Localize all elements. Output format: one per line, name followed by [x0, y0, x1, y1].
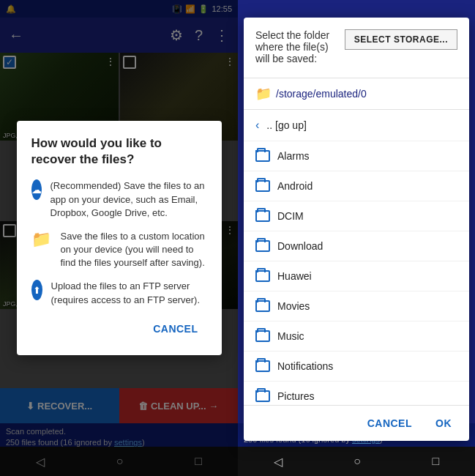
cloud-icon: ☁ — [31, 179, 42, 200]
folder-alarms-icon — [255, 150, 270, 162]
upload-icon: ⬆ — [31, 280, 42, 300]
folder-icon: 📁 — [31, 231, 52, 252]
dialog-option-text-0: (Recommended) Save the files to an app o… — [51, 179, 207, 220]
folder-download-icon — [255, 240, 270, 252]
folder-android-label: Android — [277, 180, 313, 192]
folder-item-huawei[interactable]: Huawei — [244, 261, 469, 291]
dialog-cancel-button[interactable]: CANCEL — [144, 317, 206, 341]
folder-huawei-label: Huawei — [277, 270, 312, 282]
dialog-option-text-2: Upload the files to an FTP server (requi… — [51, 280, 207, 306]
select-storage-button[interactable]: SELECT STORAGE... — [345, 29, 457, 50]
current-path-folder-icon: 📁 — [255, 86, 272, 102]
recents-nav-icon-right[interactable]: □ — [433, 455, 440, 468]
dialog-option-0[interactable]: ☁ (Recommended) Save the files to an app… — [31, 179, 207, 220]
folder-item-pictures[interactable]: Pictures — [244, 382, 469, 405]
folder-movies-icon — [255, 300, 270, 312]
back-nav-icon-right[interactable]: ◁ — [274, 455, 283, 469]
folder-dialog-header: SELECT STORAGE... Select the folder wher… — [244, 18, 469, 78]
dialog-overlay: How would you like to recover the files?… — [0, 0, 238, 476]
left-panel: 🔔 📳 📶 🔋 12:55 ← ⚙ ? ⋮ ✓ ⋮ JPG, 180.49 KB… — [0, 0, 238, 476]
folder-item-movies[interactable]: Movies — [244, 291, 469, 321]
dialog-actions: CANCEL — [31, 317, 207, 341]
folder-item-notifications[interactable]: Notifications — [244, 352, 469, 382]
folder-item-download[interactable]: Download — [244, 231, 469, 261]
nav-bar-right: ◁ ○ □ — [238, 447, 475, 476]
folder-dcim-label: DCIM — [277, 210, 304, 222]
folder-ok-button[interactable]: OK — [430, 414, 457, 432]
folder-cancel-button[interactable]: CANCEL — [362, 414, 418, 432]
folder-android-icon — [255, 180, 270, 192]
folder-item-dcim[interactable]: DCIM — [244, 201, 469, 231]
current-path: 📁 /storage/emulated/0 — [244, 78, 469, 110]
folder-notifications-label: Notifications — [277, 360, 333, 372]
folder-item-android[interactable]: Android — [244, 171, 469, 201]
folder-music-icon — [255, 330, 270, 342]
recover-dialog: How would you like to recover the files?… — [17, 121, 222, 355]
folder-pictures-label: Pictures — [277, 390, 315, 402]
folder-item-alarms[interactable]: Alarms — [244, 141, 469, 171]
home-nav-icon-right[interactable]: ○ — [354, 455, 361, 468]
current-path-text: /storage/emulated/0 — [276, 88, 367, 100]
folder-item-music[interactable]: Music — [244, 321, 469, 352]
dialog-option-1[interactable]: 📁 Save the files to a custom location on… — [31, 230, 207, 270]
folder-notifications-icon — [255, 360, 270, 372]
folder-pictures-icon — [255, 390, 270, 402]
folder-music-label: Music — [277, 330, 304, 342]
folder-download-label: Download — [277, 240, 323, 252]
go-up-label: .. [go up] — [266, 119, 306, 131]
dialog-title: How would you like to recover the files? — [31, 135, 207, 168]
dialog-option-2[interactable]: ⬆ Upload the files to an FTP server (req… — [31, 280, 207, 306]
folder-dialog: SELECT STORAGE... Select the folder wher… — [244, 18, 469, 441]
folder-huawei-icon — [255, 270, 270, 282]
go-up-arrow-icon: ‹ — [255, 119, 259, 132]
folder-dcim-icon — [255, 210, 270, 222]
folder-dialog-footer: CANCEL OK — [244, 405, 469, 441]
dialog-option-text-1: Save the files to a custom location on y… — [61, 230, 207, 270]
folder-list: ‹ .. [go up] Alarms Android DCIM Downloa… — [244, 110, 469, 405]
folder-movies-label: Movies — [277, 300, 310, 312]
folder-alarms-label: Alarms — [277, 150, 310, 162]
folder-blue-icon: 📁 — [31, 230, 51, 248]
right-panel: Scan completed. 250 files found (16 igno… — [238, 0, 475, 476]
folder-item-go-up[interactable]: ‹ .. [go up] — [244, 110, 469, 141]
